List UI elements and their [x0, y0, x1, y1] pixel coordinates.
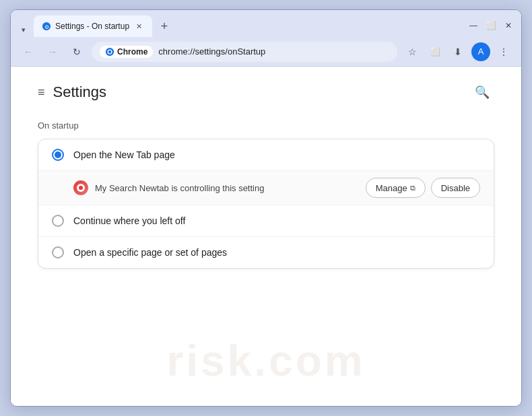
bookmark-btn[interactable]: ☆ — [403, 42, 422, 61]
radio-specific[interactable] — [52, 246, 64, 258]
option-specific-row[interactable]: Open a specific page or set of pages — [38, 237, 494, 268]
chrome-label: Chrome — [117, 47, 147, 57]
svg-text:⚙: ⚙ — [44, 24, 49, 30]
svg-point-4 — [108, 50, 111, 53]
maximize-btn[interactable]: ⬜ — [484, 18, 498, 33]
window-controls: — ⬜ ✕ — [466, 18, 516, 33]
settings-title-group: ≡ Settings — [38, 83, 106, 101]
manage-extension-btn[interactable]: Manage ⧉ — [366, 178, 426, 198]
back-btn[interactable]: ← — [19, 42, 38, 61]
chrome-logo-icon — [105, 47, 114, 57]
disable-btn-label: Disable — [441, 183, 470, 193]
close-btn[interactable]: ✕ — [501, 18, 516, 33]
page-content: ≡ Settings 🔍 On startup Open the New Tab… — [11, 67, 521, 406]
watermark: risk.com — [166, 336, 365, 386]
profile-avatar[interactable]: A — [471, 42, 490, 61]
download-btn[interactable]: ⬇ — [448, 42, 467, 61]
url-bar[interactable]: Chrome chrome://settings/onStartup — [92, 42, 397, 62]
settings-tab-icon: ⚙ — [42, 22, 51, 31]
url-text: chrome://settings/onStartup — [158, 46, 265, 57]
disable-extension-btn[interactable]: Disable — [431, 178, 480, 198]
radio-new-tab-inner — [55, 151, 61, 158]
extension-icon — [73, 180, 88, 195]
chrome-badge: Chrome — [100, 46, 153, 58]
extension-icon-dot — [79, 186, 83, 190]
extension-action-buttons: Manage ⧉ Disable — [366, 178, 480, 198]
browser-window: ▾ ⚙ Settings - On startup ✕ + — ⬜ ✕ ← → … — [10, 9, 522, 407]
option-new-tab-label: Open the New Tab page — [73, 149, 480, 160]
sidebar-menu-btn[interactable]: ≡ — [38, 85, 45, 100]
section-label: On startup — [38, 120, 494, 131]
startup-options-card: Open the New Tab page My Search Newtab i… — [38, 139, 494, 269]
option-specific-label: Open a specific page or set of pages — [73, 247, 480, 258]
manage-btn-label: Manage — [376, 183, 407, 193]
title-bar: ▾ ⚙ Settings - On startup ✕ + — ⬜ ✕ — [11, 10, 521, 37]
forward-btn[interactable]: → — [43, 42, 62, 61]
option-continue-row[interactable]: Continue where you left off — [38, 205, 494, 237]
extension-icon-inner — [77, 184, 85, 192]
extensions-btn[interactable]: ⬜ — [426, 42, 444, 61]
external-link-icon: ⧉ — [410, 184, 415, 193]
extension-control-text: My Search Newtab is controlling this set… — [95, 183, 359, 193]
tab-close-btn[interactable]: ✕ — [133, 21, 144, 32]
new-tab-btn[interactable]: + — [155, 17, 174, 36]
radio-continue[interactable] — [52, 215, 64, 227]
search-settings-btn[interactable]: 🔍 — [470, 80, 494, 104]
settings-header: ≡ Settings 🔍 — [38, 80, 494, 104]
radio-new-tab[interactable] — [52, 149, 64, 161]
option-new-tab-row[interactable]: Open the New Tab page — [38, 139, 494, 171]
profile-dropdown-btn[interactable]: ▾ — [16, 22, 31, 37]
menu-btn[interactable]: ⋮ — [494, 42, 513, 61]
refresh-btn[interactable]: ↻ — [67, 42, 86, 61]
toolbar-icons: ☆ ⬜ ⬇ A ⋮ — [403, 42, 513, 61]
page-title: Settings — [53, 83, 107, 101]
minimize-btn[interactable]: — — [466, 18, 481, 33]
tab-label: Settings - On startup — [55, 22, 129, 31]
address-bar: ← → ↻ Chrome chrome://settings/onStartup… — [11, 37, 521, 67]
extension-control-row: My Search Newtab is controlling this set… — [38, 171, 494, 205]
active-tab[interactable]: ⚙ Settings - On startup ✕ — [34, 15, 152, 37]
option-continue-label: Continue where you left off — [73, 215, 480, 226]
